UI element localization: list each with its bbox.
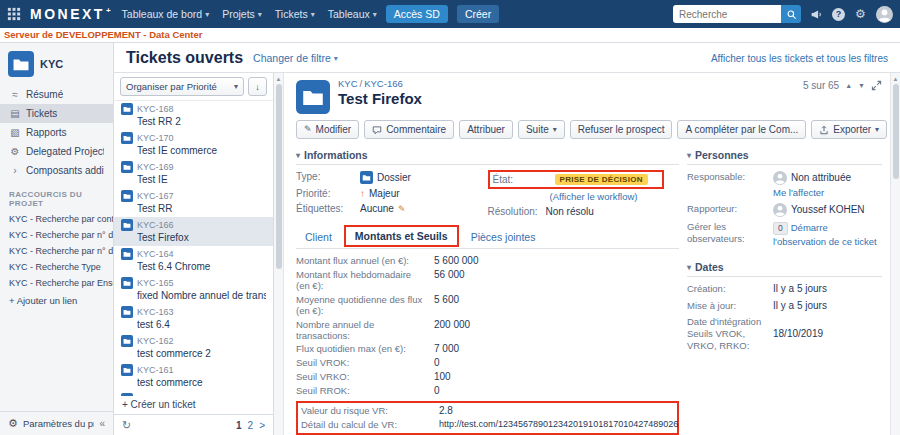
main-area: Tickets ouverts Changer de filtre ▾ Affi… [114,43,900,435]
menu-dashboards[interactable]: Tableaux de bord▾ [122,8,210,20]
complete-by-com-button[interactable]: A compléter par le Com... [677,120,806,139]
ticket-summary: test commerce 2 [137,348,266,359]
access-sd-button[interactable]: Accès SD [386,5,448,23]
tab-montants-et-seuils[interactable]: Montants et Seuils [346,227,457,245]
list-scrollbar: ▲ [274,73,284,435]
scroll-up-icon[interactable]: ▲ [893,73,899,84]
gear-icon[interactable]: ⚙ [853,7,868,22]
page-2[interactable]: 2 [248,420,254,431]
ticket-key: KYC-167 [137,191,174,201]
shortcut-contact[interactable]: KYC - Recherche par contact [0,211,113,227]
scroll-up-icon[interactable]: ▲ [276,73,282,84]
page-1[interactable]: 1 [236,420,242,431]
collapse-section-icon[interactable]: ▾ [296,151,300,160]
shortcut-enseigne[interactable]: KYC - Recherche par Enseigne [0,275,113,291]
ticket-type-icon [121,248,133,260]
show-workflow-link[interactable]: (Afficher le workflow) [550,191,680,202]
shortcut-type[interactable]: KYC - Recherche Type [0,259,113,275]
menu-projects[interactable]: Projets▾ [222,8,262,20]
tab-client[interactable]: Client [296,228,341,246]
sidebar-item-reports[interactable]: ▧ Rapports [0,123,113,142]
search-input[interactable] [673,5,781,23]
breadcrumb-project-link[interactable]: KYC [338,78,358,89]
list-item[interactable]: KYC-165 fixed Nombre annuel de transa... [114,275,273,304]
list-item[interactable]: KYC-169 Test IE [114,159,273,188]
ticket-key: KYC-166 [137,220,174,230]
create-button[interactable]: Créer [457,5,499,23]
show-all-tickets-link[interactable]: Afficher tous les tickets et tous les fi… [711,53,888,64]
list-item[interactable]: KYC-164 Test 6.4 Chrome [114,246,273,275]
edit-button[interactable]: ✎Modifier [296,120,359,139]
search-icon[interactable] [781,5,801,23]
labels-field: Étiquettes: Aucune✎ [296,201,488,216]
field-row: Montant flux annuel (en €):5 600 000 [296,254,679,268]
refuse-prospect-button[interactable]: Refuser le prospect [570,120,673,139]
more-button[interactable]: Suite▾ [518,120,565,139]
list-footer: ↻ 1 2 > [114,414,273,435]
comment-button[interactable]: Commentaire [364,120,454,139]
ticket-type-icon [121,306,133,318]
chevron-down-icon: ▾ [553,125,557,134]
expand-icon[interactable] [871,80,882,91]
breadcrumb: KYC/KYC-166 [338,78,422,89]
app-switcher-icon[interactable] [7,7,21,21]
create-ticket-link[interactable]: + Créer un ticket [114,396,273,414]
previous-issue-icon[interactable]: ▲ [845,82,852,89]
menu-boards[interactable]: Tableaux▾ [328,8,377,20]
collapse-section-icon[interactable]: ▾ [687,263,691,272]
list-item[interactable]: KYC-163 test 6.4 [114,304,273,333]
reporter-field: Rapporteur: Youssef KOHEN [687,201,882,219]
start-watching-link[interactable]: Démarre l'observation de ce ticket [773,222,877,247]
list-item[interactable]: KYC-168 Test RR 2 [114,101,273,130]
shortcut-ticket-number[interactable]: KYC - Recherche par n° de ticket [0,227,113,243]
shortcuts-title: RACCOURCIS DU PROJET [0,180,113,211]
sidebar-item-addons[interactable]: › Composants additionnels [0,161,113,180]
list-item[interactable]: KYC-162 test commerce 2 [114,333,273,362]
assign-to-me-link[interactable]: Me l'affecter [773,187,882,201]
scrollbar-thumb[interactable] [276,84,282,269]
informations-grid: Type: Dossier Priorité: ↑Majeur Étiquett… [296,169,679,219]
chevron-down-icon: ▾ [334,54,338,63]
assign-button[interactable]: Attribuer [459,120,513,139]
help-icon[interactable]: ? [832,8,845,21]
scrollbar-thumb[interactable] [893,84,899,179]
chart-icon: ▧ [9,127,21,138]
list-item[interactable]: KYC-161 test commerce [114,362,273,391]
tab-pieces-jointes[interactable]: Pièces jointes [462,228,545,246]
collapse-sidebar-icon[interactable]: « [99,418,105,429]
project-header[interactable]: KYC [0,49,113,85]
sidebar-item-summary[interactable]: ≈ Résumé [0,85,113,104]
shortcut-siret[interactable]: KYC - Recherche par n° de SIRET [0,243,113,259]
field-row: Nombre annuel de transactions:200 000 [296,318,679,343]
announcement-banner: Serveur de DEVELOPPEMENT - Data Center [0,28,900,43]
feedback-icon[interactable] [809,7,824,22]
page-next[interactable]: > [259,420,265,431]
add-link-button[interactable]: + Ajouter un lien [0,291,113,310]
edit-labels-icon[interactable]: ✎ [398,204,406,214]
project-settings-label[interactable]: Paramètres du projet [23,418,95,429]
ticket-type-icon [121,161,133,173]
issue-details-column: ▾ Informations Type: Dossier [296,146,687,435]
brand-logo[interactable]: MONEXT+ [30,6,111,22]
issue-position: 5 sur 65 [803,80,839,91]
user-avatar[interactable] [876,6,893,23]
list-item-selected[interactable]: KYC-166 Test Firefox [114,217,273,246]
list-item[interactable]: KYC-170 Test IE commerce [114,130,273,159]
sidebar-item-issues[interactable]: ▤ Tickets [0,104,113,123]
change-filter-link[interactable]: Changer de filtre ▾ [253,52,338,64]
comment-icon [372,125,382,135]
list-item[interactable]: KYC-167 Test RR [114,188,273,217]
search-box [673,5,801,23]
sidebar-item-delegated-admin[interactable]: ⚙ Delegated Project Admin [0,142,113,161]
breadcrumb-issue-link[interactable]: KYC-166 [364,78,403,89]
sort-direction-button[interactable]: ↓ [248,77,267,96]
next-issue-icon[interactable]: ▼ [858,82,865,89]
menu-issues[interactable]: Tickets▾ [275,8,315,20]
issue-side-column: ▾ Personnes Responsable: Non attribuée M… [687,146,882,435]
sort-select[interactable]: Organiser par Priorité ▾ [120,77,244,96]
refresh-icon[interactable]: ↻ [122,419,131,432]
collapse-section-icon[interactable]: ▾ [687,151,691,160]
brand-text: MONEXT [30,6,105,22]
vr-detail-url[interactable]: http://test.com/123456789012342019101817… [439,419,674,430]
export-button[interactable]: Exporter▾ [811,120,887,139]
